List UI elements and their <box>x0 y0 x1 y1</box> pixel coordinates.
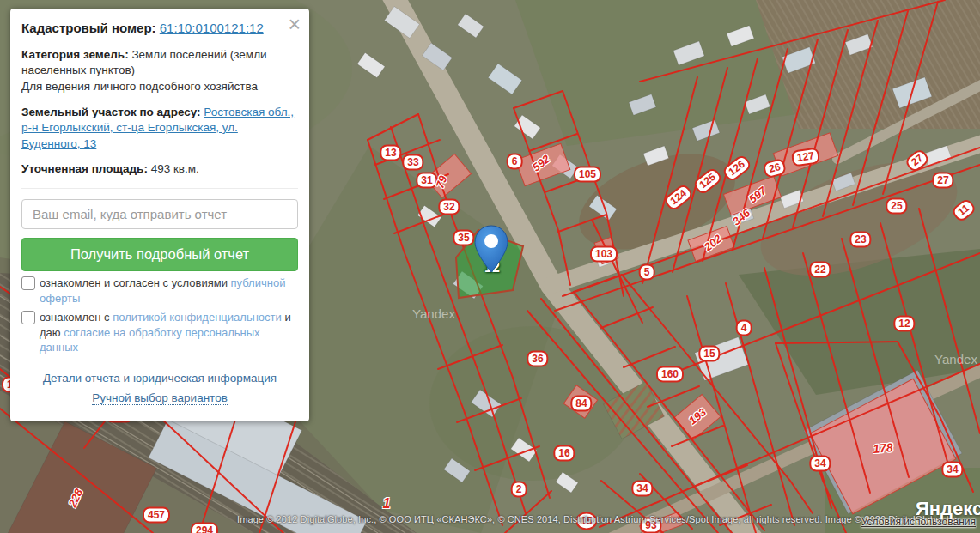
parcel-label-2[interactable]: 2 <box>511 482 527 498</box>
area-row: Уточненная площадь: 493 кв.м. <box>21 161 298 178</box>
parcel-label-23[interactable]: 23 <box>849 232 871 248</box>
parcel-label-15[interactable]: 15 <box>698 346 720 362</box>
divider <box>21 188 298 189</box>
parcel-label-34[interactable]: 34 <box>631 481 653 497</box>
offer-consent-checkbox[interactable] <box>21 276 35 290</box>
parcel-label-84[interactable]: 84 <box>570 396 592 412</box>
parcel-info-panel: × Кадастровый номер: 61:10:0100121:12 Ка… <box>10 9 309 421</box>
address-row: Земельный участок по адресу: Ростовская … <box>21 105 298 153</box>
manual-selection-link[interactable]: Ручной выбор вариантов <box>92 391 228 405</box>
parcel-label-27[interactable]: 27 <box>932 173 953 189</box>
parcel-label-12[interactable]: 12 <box>484 260 500 276</box>
cadastral-number-link[interactable]: 61:10:0100121:12 <box>160 21 264 35</box>
close-icon[interactable]: × <box>288 14 301 35</box>
address-label: Земельный участок по адресу: <box>21 106 201 118</box>
land-category-row: Категория земель: Земли поселений (земли… <box>21 47 298 95</box>
email-input[interactable] <box>21 199 298 229</box>
personal-data-link[interactable]: согласие на обработку персональных данны… <box>40 326 260 354</box>
parcel-label-22[interactable]: 22 <box>809 262 831 278</box>
privacy-policy-link[interactable]: политикой конфиденциальности <box>113 311 282 324</box>
privacy-consent-row[interactable]: ознакомлен с политикой конфиденциальност… <box>21 310 298 355</box>
parcel-label-160[interactable]: 160 <box>656 366 684 383</box>
parcel-label-5[interactable]: 5 <box>639 264 655 281</box>
parcel-label-6[interactable]: 6 <box>507 154 523 170</box>
land-category-label: Категория земель: <box>21 48 129 61</box>
parcel-label-105[interactable]: 105 <box>574 167 601 183</box>
parcel-label-1[interactable]: 1 <box>383 496 391 512</box>
parcel-label-12[interactable]: 12 <box>893 316 915 332</box>
parcel-label-34[interactable]: 34 <box>941 462 963 478</box>
get-report-button[interactable]: Получить подробный отчет <box>21 238 298 271</box>
land-usage-value: Для ведения личного подсобного хозяйства <box>21 80 258 93</box>
map-watermark: Yandex <box>934 352 977 366</box>
parcel-label-32[interactable]: 32 <box>438 199 460 215</box>
offer-consent-row[interactable]: ознакомлен и согласен с условиями публич… <box>21 276 298 306</box>
panel-footer: Детали отчета и юридическая информация Р… <box>21 368 298 409</box>
privacy-consent-checkbox[interactable] <box>21 311 35 324</box>
parcel-label-33[interactable]: 33 <box>402 154 423 171</box>
cadastral-number-label: Кадастровый номер: <box>21 21 156 35</box>
parcel-label-178[interactable]: 178 <box>873 440 894 456</box>
privacy-consent-text1: ознакомлен с <box>40 311 113 324</box>
parcel-label-4[interactable]: 4 <box>736 320 752 336</box>
parcel-label-294[interactable]: 294 <box>191 523 218 533</box>
report-details-link[interactable]: Детали отчета и юридическая информация <box>43 372 277 385</box>
area-label: Уточненная площадь: <box>21 162 148 175</box>
parcel-label-457[interactable]: 457 <box>143 507 170 524</box>
parcel-label-35[interactable]: 35 <box>453 230 474 246</box>
parcel-label-16[interactable]: 16 <box>553 445 575 462</box>
cadastral-number-row: Кадастровый номер: 61:10:0100121:12 <box>21 20 298 38</box>
map-watermark: Yandex <box>412 306 455 321</box>
map-attribution: Image © 2012 DigitalGlobe, Inc., © ООО И… <box>237 514 962 524</box>
parcel-label-13[interactable]: 13 <box>380 145 401 161</box>
parcel-label-103[interactable]: 103 <box>590 246 618 263</box>
parcel-label-36[interactable]: 36 <box>527 351 548 367</box>
parcel-label-25[interactable]: 25 <box>886 198 907 215</box>
offer-consent-text: ознакомлен и согласен с условиями <box>40 276 231 289</box>
terms-of-use-link[interactable]: Условия использования <box>861 516 976 528</box>
area-value: 493 кв.м. <box>151 162 199 175</box>
parcel-label-34[interactable]: 34 <box>809 456 831 472</box>
